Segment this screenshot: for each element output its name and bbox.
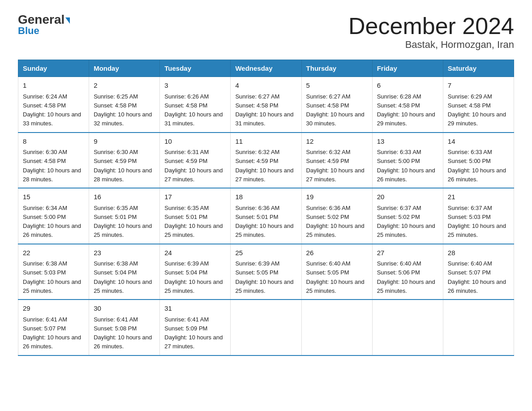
day-info: Sunrise: 6:41 AMSunset: 5:07 PMDaylight:…	[23, 316, 81, 350]
day-info: Sunrise: 6:33 AMSunset: 5:00 PMDaylight:…	[448, 149, 506, 183]
calendar-cell	[443, 300, 514, 355]
calendar-cell: 23Sunrise: 6:38 AMSunset: 5:04 PMDayligh…	[89, 244, 160, 300]
day-number: 10	[164, 137, 226, 147]
calendar-cell: 3Sunrise: 6:26 AMSunset: 4:58 PMDaylight…	[160, 77, 231, 133]
day-number: 15	[23, 192, 84, 202]
calendar-cell: 25Sunrise: 6:39 AMSunset: 5:05 PMDayligh…	[231, 244, 301, 300]
calendar-cell: 12Sunrise: 6:32 AMSunset: 4:59 PMDayligh…	[301, 133, 372, 188]
calendar-cell: 7Sunrise: 6:29 AMSunset: 4:58 PMDaylight…	[443, 77, 514, 133]
col-saturday: Saturday	[443, 60, 514, 77]
day-info: Sunrise: 6:38 AMSunset: 5:03 PMDaylight:…	[23, 260, 81, 294]
week-row-4: 22Sunrise: 6:38 AMSunset: 5:03 PMDayligh…	[18, 244, 514, 300]
calendar-cell: 31Sunrise: 6:41 AMSunset: 5:09 PMDayligh…	[160, 300, 231, 355]
day-info: Sunrise: 6:40 AMSunset: 5:06 PMDaylight:…	[377, 260, 435, 294]
day-number: 25	[235, 248, 296, 258]
day-info: Sunrise: 6:35 AMSunset: 5:01 PMDaylight:…	[164, 205, 223, 239]
day-info: Sunrise: 6:40 AMSunset: 5:05 PMDaylight:…	[306, 260, 365, 294]
day-info: Sunrise: 6:35 AMSunset: 5:01 PMDaylight:…	[94, 205, 152, 239]
day-number: 31	[164, 304, 226, 314]
day-number: 26	[306, 248, 368, 258]
day-info: Sunrise: 6:27 AMSunset: 4:58 PMDaylight:…	[235, 93, 293, 127]
col-friday: Friday	[372, 60, 443, 77]
day-info: Sunrise: 6:33 AMSunset: 5:00 PMDaylight:…	[377, 149, 435, 183]
day-number: 6	[377, 81, 438, 91]
calendar-cell: 10Sunrise: 6:31 AMSunset: 4:59 PMDayligh…	[160, 133, 231, 188]
logo-triangle-icon	[65, 17, 70, 24]
week-row-1: 1Sunrise: 6:24 AMSunset: 4:58 PMDaylight…	[18, 77, 514, 133]
title-block: December 2024 Bastak, Hormozgan, Iran	[348, 13, 514, 51]
day-number: 23	[94, 248, 155, 258]
calendar-cell: 17Sunrise: 6:35 AMSunset: 5:01 PMDayligh…	[160, 188, 231, 244]
day-number: 8	[23, 137, 84, 147]
day-number: 14	[448, 137, 509, 147]
logo: General Blue	[18, 13, 70, 37]
day-number: 2	[94, 81, 155, 91]
calendar-cell: 22Sunrise: 6:38 AMSunset: 5:03 PMDayligh…	[18, 244, 89, 300]
day-info: Sunrise: 6:31 AMSunset: 4:59 PMDaylight:…	[164, 149, 223, 183]
calendar-cell	[372, 300, 443, 355]
day-info: Sunrise: 6:32 AMSunset: 4:59 PMDaylight:…	[306, 149, 365, 183]
col-sunday: Sunday	[18, 60, 89, 77]
day-info: Sunrise: 6:41 AMSunset: 5:09 PMDaylight:…	[164, 316, 223, 350]
calendar-cell: 28Sunrise: 6:40 AMSunset: 5:07 PMDayligh…	[443, 244, 514, 300]
day-number: 1	[23, 81, 84, 91]
day-number: 4	[235, 81, 296, 91]
day-info: Sunrise: 6:27 AMSunset: 4:58 PMDaylight:…	[306, 93, 365, 127]
calendar-cell: 27Sunrise: 6:40 AMSunset: 5:06 PMDayligh…	[372, 244, 443, 300]
calendar-cell: 20Sunrise: 6:37 AMSunset: 5:02 PMDayligh…	[372, 188, 443, 244]
day-info: Sunrise: 6:37 AMSunset: 5:02 PMDaylight:…	[377, 205, 435, 239]
day-info: Sunrise: 6:24 AMSunset: 4:58 PMDaylight:…	[23, 93, 81, 127]
calendar-cell: 19Sunrise: 6:36 AMSunset: 5:02 PMDayligh…	[301, 188, 372, 244]
day-info: Sunrise: 6:37 AMSunset: 5:03 PMDaylight:…	[448, 205, 506, 239]
calendar-cell: 13Sunrise: 6:33 AMSunset: 5:00 PMDayligh…	[372, 133, 443, 188]
calendar-cell: 15Sunrise: 6:34 AMSunset: 5:00 PMDayligh…	[18, 188, 89, 244]
day-info: Sunrise: 6:25 AMSunset: 4:58 PMDaylight:…	[94, 93, 152, 127]
header-row: Sunday Monday Tuesday Wednesday Thursday…	[18, 60, 514, 77]
col-monday: Monday	[89, 60, 160, 77]
day-number: 7	[448, 81, 509, 91]
day-number: 16	[94, 192, 155, 202]
day-info: Sunrise: 6:28 AMSunset: 4:58 PMDaylight:…	[377, 93, 435, 127]
day-info: Sunrise: 6:36 AMSunset: 5:02 PMDaylight:…	[306, 205, 365, 239]
calendar-cell: 14Sunrise: 6:33 AMSunset: 5:00 PMDayligh…	[443, 133, 514, 188]
day-info: Sunrise: 6:39 AMSunset: 5:04 PMDaylight:…	[164, 260, 223, 294]
calendar-body: 1Sunrise: 6:24 AMSunset: 4:58 PMDaylight…	[18, 77, 514, 355]
calendar-cell: 4Sunrise: 6:27 AMSunset: 4:58 PMDaylight…	[231, 77, 301, 133]
day-number: 29	[23, 304, 84, 314]
calendar-header: Sunday Monday Tuesday Wednesday Thursday…	[18, 60, 514, 77]
day-info: Sunrise: 6:29 AMSunset: 4:58 PMDaylight:…	[448, 93, 506, 127]
day-number: 27	[377, 248, 438, 258]
day-info: Sunrise: 6:26 AMSunset: 4:58 PMDaylight:…	[164, 93, 223, 127]
calendar-cell: 24Sunrise: 6:39 AMSunset: 5:04 PMDayligh…	[160, 244, 231, 300]
day-number: 20	[377, 192, 438, 202]
calendar-cell: 21Sunrise: 6:37 AMSunset: 5:03 PMDayligh…	[443, 188, 514, 244]
calendar-cell: 5Sunrise: 6:27 AMSunset: 4:58 PMDaylight…	[301, 77, 372, 133]
day-info: Sunrise: 6:40 AMSunset: 5:07 PMDaylight:…	[448, 260, 506, 294]
day-info: Sunrise: 6:38 AMSunset: 5:04 PMDaylight:…	[94, 260, 152, 294]
calendar-cell: 11Sunrise: 6:32 AMSunset: 4:59 PMDayligh…	[231, 133, 301, 188]
day-number: 28	[448, 248, 509, 258]
day-info: Sunrise: 6:41 AMSunset: 5:08 PMDaylight:…	[94, 316, 152, 350]
day-number: 12	[306, 137, 368, 147]
calendar-cell: 8Sunrise: 6:30 AMSunset: 4:58 PMDaylight…	[18, 133, 89, 188]
day-number: 5	[306, 81, 368, 91]
calendar-cell: 6Sunrise: 6:28 AMSunset: 4:58 PMDaylight…	[372, 77, 443, 133]
week-row-5: 29Sunrise: 6:41 AMSunset: 5:07 PMDayligh…	[18, 300, 514, 355]
day-info: Sunrise: 6:34 AMSunset: 5:00 PMDaylight:…	[23, 205, 81, 239]
day-number: 19	[306, 192, 368, 202]
day-info: Sunrise: 6:36 AMSunset: 5:01 PMDaylight:…	[235, 205, 293, 239]
page-header: General Blue December 2024 Bastak, Hormo…	[18, 13, 514, 51]
day-number: 21	[448, 192, 509, 202]
day-info: Sunrise: 6:30 AMSunset: 4:59 PMDaylight:…	[94, 149, 152, 183]
calendar-cell: 18Sunrise: 6:36 AMSunset: 5:01 PMDayligh…	[231, 188, 301, 244]
calendar-title: December 2024	[348, 13, 514, 39]
calendar-cell: 9Sunrise: 6:30 AMSunset: 4:59 PMDaylight…	[89, 133, 160, 188]
calendar-subtitle: Bastak, Hormozgan, Iran	[348, 39, 514, 51]
day-number: 3	[164, 81, 226, 91]
day-number: 13	[377, 137, 438, 147]
calendar-cell: 30Sunrise: 6:41 AMSunset: 5:08 PMDayligh…	[89, 300, 160, 355]
calendar-cell: 2Sunrise: 6:25 AMSunset: 4:58 PMDaylight…	[89, 77, 160, 133]
col-wednesday: Wednesday	[231, 60, 301, 77]
day-info: Sunrise: 6:32 AMSunset: 4:59 PMDaylight:…	[235, 149, 293, 183]
col-thursday: Thursday	[301, 60, 372, 77]
